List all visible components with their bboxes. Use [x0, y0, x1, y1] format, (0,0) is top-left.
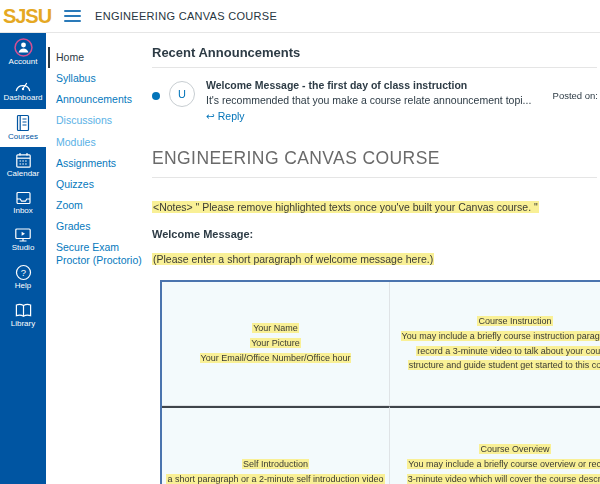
dashboard-icon	[0, 78, 46, 93]
global-nav-label: Dashboard	[0, 94, 46, 103]
global-nav-label: Account	[0, 58, 46, 67]
global-nav-label: Inbox	[0, 207, 46, 216]
courses-icon	[0, 114, 46, 132]
svg-text:?: ?	[20, 267, 25, 278]
course-nav-item-assignments[interactable]: Assignments	[48, 153, 152, 174]
global-nav-item-help[interactable]: ?Help	[0, 259, 46, 297]
table-cell-line: a short paragraph or a 2-minute self int…	[166, 472, 384, 484]
table-cell: Your NameYour PictureYour Email/Office N…	[162, 282, 390, 406]
course-nav-item-discussions[interactable]: Discussions	[48, 110, 152, 131]
global-nav-item-studio[interactable]: Studio	[0, 222, 46, 259]
notes-paragraph: <Notes> " Please remove highlighted text…	[152, 201, 600, 213]
table-cell-line: Your Picture	[250, 336, 301, 351]
course-nav-item-announcements[interactable]: Announcements	[48, 89, 152, 110]
divider	[152, 177, 597, 178]
avatar: U	[169, 81, 195, 107]
table-cell: Course InstructionYou may include a brie…	[390, 282, 600, 406]
posted-on-label: Posted on:	[553, 90, 598, 101]
global-nav-label: Help	[0, 282, 46, 291]
course-nav-item-quizzes[interactable]: Quizzes	[48, 174, 152, 195]
global-nav-label: Courses	[0, 133, 46, 142]
course-nav-item-grades[interactable]: Grades	[48, 216, 152, 237]
global-nav-item-account[interactable]: Account	[0, 33, 46, 73]
reply-arrow-icon: ↩	[206, 110, 215, 122]
course-nav-item-zoom[interactable]: Zoom	[48, 195, 152, 216]
course-nav-item-modules[interactable]: Modules	[48, 132, 152, 153]
welcome-placeholder-highlight: (Please enter a short paragraph of welco…	[152, 253, 434, 265]
global-nav-item-library[interactable]: Library	[0, 297, 46, 335]
header-course-title: ENGINEERING CANVAS COURSE	[95, 10, 277, 22]
global-nav-label: Studio	[0, 244, 46, 253]
global-nav: AccountDashboardCoursesCalendarInboxStud…	[0, 33, 46, 484]
table-cell-line: 3-minute video which will cover the cour…	[407, 472, 600, 484]
recent-announcements-heading: Recent Announcements	[152, 45, 600, 60]
table-cell: Self Introductiona short paragraph or a …	[162, 406, 390, 484]
studio-icon	[0, 227, 46, 243]
layout-table: Your NameYour PictureYour Email/Office N…	[160, 280, 600, 484]
global-nav-item-courses[interactable]: Courses	[0, 109, 46, 148]
notes-highlight: <Notes> " Please remove highlighted text…	[152, 201, 539, 213]
announcement-snippet: It's recommended that you make a course …	[206, 94, 531, 106]
global-nav-item-dashboard[interactable]: Dashboard	[0, 73, 46, 109]
course-nav-item-secure-exam-proctor-proctorio[interactable]: Secure Exam Proctor (Proctorio)	[48, 237, 152, 271]
sjsu-logo[interactable]: SJSU	[0, 0, 54, 32]
account-icon	[0, 38, 46, 57]
table-cell-line: You may include a briefly course overvie…	[407, 457, 600, 472]
table-cell-line: Course Instruction	[477, 314, 552, 329]
welcome-message-label: Welcome Message:	[152, 228, 600, 240]
welcome-placeholder: (Please enter a short paragraph of welco…	[152, 253, 600, 265]
course-nav: HomeSyllabusAnnouncementsDiscussionsModu…	[46, 33, 152, 271]
calendar-icon	[0, 152, 46, 169]
table-cell-line: structure and guide student get started …	[408, 358, 600, 373]
course-nav-item-home[interactable]: Home	[48, 47, 152, 68]
library-icon	[0, 302, 46, 319]
global-nav-label: Library	[0, 320, 46, 329]
table-cell-line: Your Email/Office Number/Office hour	[200, 351, 352, 366]
inbox-icon	[0, 190, 46, 206]
reply-label: Reply	[218, 110, 245, 122]
sjsu-logo-text: SJSU	[3, 5, 51, 28]
table-cell-line: Course Overview	[479, 442, 550, 457]
global-nav-item-inbox[interactable]: Inbox	[0, 185, 46, 222]
table-cell: Course OverviewYou may include a briefly…	[390, 406, 600, 484]
table-cell-line: Self Introduction	[242, 457, 309, 472]
unread-indicator-dot	[152, 92, 160, 100]
announcement-item[interactable]: U Welcome Message - the first day of cla…	[152, 68, 600, 124]
top-header: SJSU ENGINEERING CANVAS COURSE	[0, 0, 600, 33]
table-cell-line: record a 3-minute video to talk about yo…	[416, 344, 600, 359]
global-nav-item-calendar[interactable]: Calendar	[0, 147, 46, 185]
page-title: ENGINEERING CANVAS COURSE	[152, 148, 600, 169]
course-nav-item-syllabus[interactable]: Syllabus	[48, 68, 152, 89]
announcement-body: Welcome Message - the first day of class…	[206, 79, 531, 124]
global-nav-label: Calendar	[0, 170, 46, 179]
help-icon: ?	[0, 264, 46, 281]
reply-link[interactable]: ↩ Reply	[206, 110, 245, 122]
main-content: Recent Announcements U Welcome Message -…	[152, 33, 600, 484]
announcement-title[interactable]: Welcome Message - the first day of class…	[206, 79, 531, 91]
table-cell-line: Your Name	[252, 321, 299, 336]
hamburger-menu-icon[interactable]	[64, 7, 81, 25]
table-cell-line: You may include a briefly course instruc…	[401, 329, 600, 344]
